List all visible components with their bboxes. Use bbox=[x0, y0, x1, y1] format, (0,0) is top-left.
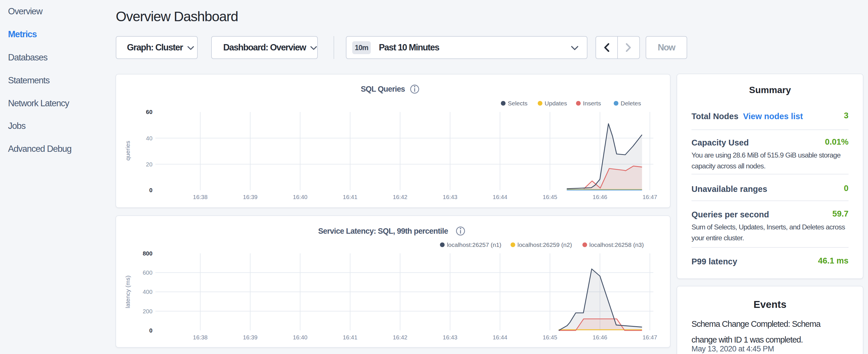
svg-text:Selects: Selects bbox=[508, 100, 528, 106]
svg-text:16:46: 16:46 bbox=[593, 334, 607, 341]
svg-text:16:47: 16:47 bbox=[643, 194, 657, 200]
svg-text:SQL Queries: SQL Queries bbox=[361, 85, 405, 93]
svg-text:16:39: 16:39 bbox=[243, 334, 258, 341]
svg-text:800: 800 bbox=[143, 250, 152, 257]
svg-text:20: 20 bbox=[146, 161, 152, 167]
svg-text:16:41: 16:41 bbox=[343, 194, 358, 200]
svg-text:16:41: 16:41 bbox=[343, 334, 358, 341]
svg-text:Deletes: Deletes bbox=[621, 100, 641, 106]
svg-text:localhost:26259 (n2): localhost:26259 (n2) bbox=[518, 242, 572, 248]
svg-text:Inserts: Inserts bbox=[583, 100, 601, 106]
svg-text:16:40: 16:40 bbox=[293, 194, 308, 200]
svg-text:16:44: 16:44 bbox=[493, 194, 507, 200]
svg-text:16:47: 16:47 bbox=[643, 334, 657, 341]
svg-text:40: 40 bbox=[146, 135, 152, 141]
svg-text:16:42: 16:42 bbox=[393, 334, 407, 341]
svg-text:queries: queries bbox=[124, 141, 131, 161]
svg-text:Service Latency: SQL, 99th per: Service Latency: SQL, 99th percentile bbox=[318, 227, 448, 235]
svg-text:16:43: 16:43 bbox=[443, 334, 457, 341]
svg-text:200: 200 bbox=[143, 308, 152, 315]
svg-text:16:38: 16:38 bbox=[193, 334, 208, 341]
svg-text:16:45: 16:45 bbox=[543, 194, 557, 200]
svg-text:600: 600 bbox=[143, 269, 152, 276]
svg-text:16:45: 16:45 bbox=[543, 334, 557, 341]
svg-text:400: 400 bbox=[143, 289, 152, 295]
svg-text:16:43: 16:43 bbox=[443, 194, 457, 200]
svg-text:0: 0 bbox=[149, 187, 152, 193]
svg-text:60: 60 bbox=[146, 109, 152, 115]
svg-text:16:46: 16:46 bbox=[593, 194, 607, 200]
svg-text:16:38: 16:38 bbox=[193, 194, 208, 200]
svg-text:localhost:26258 (n3): localhost:26258 (n3) bbox=[589, 242, 644, 248]
svg-text:latency (ms): latency (ms) bbox=[124, 276, 131, 308]
svg-text:16:42: 16:42 bbox=[393, 194, 407, 200]
svg-text:Updates: Updates bbox=[545, 100, 567, 106]
svg-text:16:40: 16:40 bbox=[293, 334, 308, 341]
svg-text:16:44: 16:44 bbox=[493, 334, 507, 341]
svg-text:0: 0 bbox=[149, 327, 152, 334]
svg-text:16:39: 16:39 bbox=[243, 194, 258, 200]
svg-text:localhost:26257 (n1): localhost:26257 (n1) bbox=[447, 242, 501, 248]
